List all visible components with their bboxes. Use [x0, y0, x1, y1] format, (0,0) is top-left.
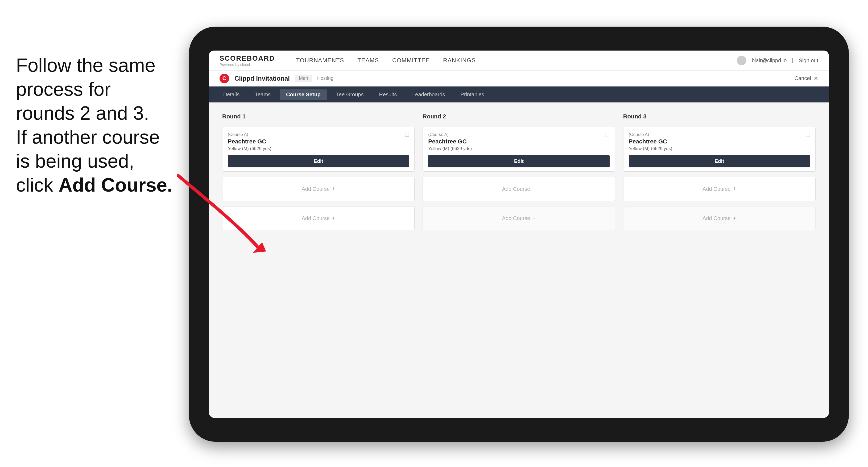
round-3-add-course-2-label: Add Course [703, 215, 731, 221]
round-1-course-badge: (Course A) [228, 132, 409, 137]
main-content: Round 1 ⬚ (Course A) Peachtree GC Yellow… [209, 102, 829, 418]
round-2-add-course-2-plus-icon: + [532, 215, 536, 222]
round-1-course-name: Peachtree GC [228, 138, 409, 145]
round-3-add-course-2-plus-icon: + [733, 215, 736, 222]
round-1-add-course-2-plus-icon: + [332, 215, 335, 222]
instruction-text: Follow the same process for rounds 2 and… [16, 55, 173, 195]
round-3-course-details: Yellow (M) (6629 yds) [629, 146, 810, 151]
round-3-add-course-1[interactable]: Add Course + [623, 177, 815, 201]
tablet-screen: SCOREBOARD Powered by clippd TOURNAMENTS… [209, 51, 829, 418]
nav-teams[interactable]: TEAMS [358, 57, 379, 64]
close-icon: ✕ [814, 75, 818, 82]
tournament-header: C Clippd Invitational Men Hosting Cancel… [209, 70, 829, 87]
round-1-column: Round 1 ⬚ (Course A) Peachtree GC Yellow… [222, 113, 414, 230]
sign-out-link[interactable]: Sign out [799, 58, 818, 64]
round-2-course-details: Yellow (M) (6629 yds) [428, 146, 609, 151]
round-3-label: Round 3 [623, 113, 815, 120]
round-1-add-course-1-label: Add Course [302, 186, 330, 192]
round-2-label: Round 2 [423, 113, 615, 120]
instruction-panel: Follow the same process for rounds 2 and… [0, 42, 194, 208]
round-1-add-course-2-label: Add Course [302, 215, 330, 221]
round-3-edit-button[interactable]: Edit [629, 155, 810, 167]
round-2-add-course-2[interactable]: Add Course + [423, 206, 615, 230]
round-1-edit-button[interactable]: Edit [228, 155, 409, 167]
nav-links: TOURNAMENTS TEAMS COMMITTEE RANKINGS [296, 57, 721, 64]
tournament-status: Hosting [317, 75, 333, 81]
round-2-add-course-2-label: Add Course [502, 215, 530, 221]
nav-user-section: blair@clippd.io | Sign out [737, 56, 818, 65]
round-1-add-course-1-plus-icon: + [332, 185, 335, 192]
round-3-delete-icon[interactable]: ⬚ [804, 131, 812, 138]
round-1-course-card: ⬚ (Course A) Peachtree GC Yellow (M) (66… [222, 127, 414, 172]
round-1-label: Round 1 [222, 113, 414, 120]
round-2-add-course-1[interactable]: Add Course + [423, 177, 615, 201]
round-3-course-badge: (Course A) [629, 132, 810, 137]
round-3-add-course-1-label: Add Course [703, 186, 731, 192]
user-avatar [737, 56, 746, 65]
separator: | [792, 58, 793, 64]
tournament-badge: Men [295, 75, 312, 82]
round-2-add-course-1-plus-icon: + [532, 185, 536, 192]
logo-main-text: SCOREBOARD [220, 54, 275, 63]
tournament-logo-icon: C [220, 74, 229, 83]
tab-details[interactable]: Details [217, 89, 246, 100]
tab-tee-groups[interactable]: Tee Groups [330, 89, 370, 100]
scoreboard-logo: SCOREBOARD Powered by clippd [220, 54, 275, 67]
tab-printables[interactable]: Printables [454, 89, 491, 100]
nav-rankings[interactable]: RANKINGS [443, 57, 476, 64]
round-2-delete-icon[interactable]: ⬚ [604, 131, 611, 138]
round-1-add-course-1[interactable]: Add Course + [222, 177, 414, 201]
round-2-course-card: ⬚ (Course A) Peachtree GC Yellow (M) (66… [423, 127, 615, 172]
tab-leaderboards[interactable]: Leaderboards [406, 89, 451, 100]
tab-teams[interactable]: Teams [249, 89, 277, 100]
user-email: blair@clippd.io [752, 58, 786, 64]
tournament-name: Clippd Invitational [235, 75, 290, 82]
nav-committee[interactable]: COMMITTEE [392, 57, 430, 64]
round-3-course-card: ⬚ (Course A) Peachtree GC Yellow (M) (66… [623, 127, 815, 172]
round-3-column: Round 3 ⬚ (Course A) Peachtree GC Yellow… [623, 113, 815, 230]
instruction-bold: Add Course. [59, 174, 173, 195]
rounds-grid: Round 1 ⬚ (Course A) Peachtree GC Yellow… [222, 113, 815, 230]
tab-course-setup[interactable]: Course Setup [280, 89, 327, 100]
cancel-label: Cancel [795, 75, 811, 82]
round-3-add-course-1-plus-icon: + [733, 185, 736, 192]
round-3-add-course-2[interactable]: Add Course + [623, 206, 815, 230]
tab-bar: Details Teams Course Setup Tee Groups Re… [209, 87, 829, 102]
tablet-frame: SCOREBOARD Powered by clippd TOURNAMENTS… [189, 27, 849, 442]
round-2-course-name: Peachtree GC [428, 138, 609, 145]
round-2-column: Round 2 ⬚ (Course A) Peachtree GC Yellow… [423, 113, 615, 230]
cancel-button[interactable]: Cancel ✕ [795, 75, 818, 82]
top-navigation: SCOREBOARD Powered by clippd TOURNAMENTS… [209, 51, 829, 70]
round-1-course-details: Yellow (M) (6629 yds) [228, 146, 409, 151]
round-2-edit-button[interactable]: Edit [428, 155, 609, 167]
round-2-add-course-1-label: Add Course [502, 186, 530, 192]
round-1-add-course-2[interactable]: Add Course + [222, 206, 414, 230]
nav-tournaments[interactable]: TOURNAMENTS [296, 57, 344, 64]
tournament-left: C Clippd Invitational Men Hosting [220, 74, 333, 83]
round-1-delete-icon[interactable]: ⬚ [403, 131, 411, 138]
round-3-course-name: Peachtree GC [629, 138, 810, 145]
round-2-course-badge: (Course A) [428, 132, 609, 137]
logo-sub-text: Powered by clippd [220, 63, 275, 67]
tab-results[interactable]: Results [373, 89, 403, 100]
